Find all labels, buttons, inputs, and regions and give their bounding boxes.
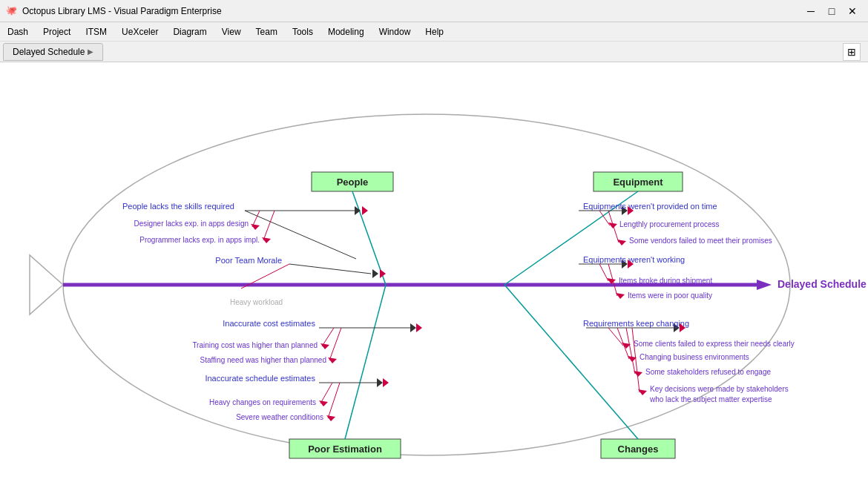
menu-dash[interactable]: Dash <box>0 22 36 41</box>
svg-text:Poor Estimation: Poor Estimation <box>308 444 382 455</box>
diagram-canvas: Delayed Schedule People People lacks the… <box>0 62 868 488</box>
svg-text:Heavy workload: Heavy workload <box>230 298 283 306</box>
menu-team[interactable]: Team <box>249 22 285 41</box>
menu-tools[interactable]: Tools <box>285 22 320 41</box>
svg-marker-53 <box>416 323 422 332</box>
svg-marker-19 <box>372 269 378 278</box>
minimize-button[interactable]: ─ <box>801 4 821 19</box>
svg-text:Equipments weren't provided on: Equipments weren't provided on time <box>583 202 717 211</box>
svg-marker-11 <box>362 206 368 215</box>
svg-text:Lengthly procurement process: Lengthly procurement process <box>619 220 720 228</box>
svg-text:Programmer lacks exp. in apps : Programmer lacks exp. in apps impl. <box>139 236 260 244</box>
svg-text:Inaccurate schedule estimates: Inaccurate schedule estimates <box>205 374 315 383</box>
svg-text:Changing business environments: Changing business environments <box>640 353 749 361</box>
close-button[interactable]: ✕ <box>843 4 862 19</box>
menu-project[interactable]: Project <box>36 22 78 41</box>
svg-line-15 <box>263 211 274 240</box>
svg-text:Inaccurate cost estimates: Inaccurate cost estimates <box>223 319 315 328</box>
svg-marker-58 <box>328 357 337 363</box>
menu-view[interactable]: View <box>214 22 249 41</box>
svg-line-34 <box>608 211 619 243</box>
svg-marker-2 <box>757 280 772 290</box>
svg-text:People: People <box>337 177 369 188</box>
menu-help[interactable]: Help <box>418 22 451 41</box>
svg-line-31 <box>599 211 610 225</box>
maximize-button[interactable]: □ <box>822 4 841 19</box>
app-icon: 🐙 <box>6 5 18 17</box>
svg-marker-61 <box>377 378 383 387</box>
svg-text:Items broke during shipment: Items broke during shipment <box>619 277 712 285</box>
menu-diagram[interactable]: Diagram <box>165 22 214 41</box>
tab-label: Delayed Schedule <box>13 47 85 57</box>
svg-marker-65 <box>319 400 328 406</box>
svg-text:Equipments weren't working: Equipments weren't working <box>583 255 685 264</box>
svg-marker-55 <box>320 343 329 349</box>
svg-text:Severe weather conditions: Severe weather conditions <box>236 413 323 421</box>
menu-uexceler[interactable]: UeXceler <box>114 22 165 41</box>
svg-text:Equipment: Equipment <box>613 177 663 188</box>
svg-line-18 <box>289 264 371 274</box>
svg-text:Requirements keep changing: Requirements keep changing <box>583 319 689 328</box>
svg-text:Heavy changes on requirements: Heavy changes on requirements <box>209 398 316 406</box>
panel-toggle-button[interactable]: ⊞ <box>843 43 861 61</box>
svg-text:Items were in poor quality: Items were in poor quality <box>628 291 712 300</box>
tab-delayed-schedule[interactable]: Delayed Schedule ▶ <box>3 43 103 61</box>
svg-marker-51 <box>410 323 416 332</box>
menu-modeling[interactable]: Modeling <box>320 22 372 41</box>
menu-bar: Dash Project ITSM UeXceler Diagram View … <box>0 22 868 42</box>
svg-marker-68 <box>326 415 335 421</box>
tab-bar: Delayed Schedule ▶ ⊞ <box>0 42 868 62</box>
svg-marker-16 <box>262 237 271 243</box>
svg-line-54 <box>322 328 334 346</box>
svg-text:Some stakeholders refused to e: Some stakeholders refused to engage <box>645 368 771 376</box>
svg-line-72 <box>504 285 638 439</box>
svg-text:Poor Team Morale: Poor Team Morale <box>215 256 282 265</box>
svg-text:Training cost was higher than : Training cost was higher than planned <box>192 341 318 349</box>
svg-line-57 <box>329 328 341 360</box>
menu-itsm[interactable]: ITSM <box>78 22 114 41</box>
svg-text:who lack the subject matter ex: who lack the subject matter expertise <box>649 395 772 403</box>
window-controls: ─ □ ✕ <box>801 4 862 19</box>
svg-text:Some vendors failed to meet th: Some vendors failed to meet their promis… <box>629 237 772 245</box>
app-title: Octopus Library LMS - Visual Paradigm En… <box>22 6 801 16</box>
menu-window[interactable]: Window <box>372 22 418 41</box>
svg-line-49 <box>345 285 386 439</box>
title-bar: 🐙 Octopus Library LMS - Visual Paradigm … <box>0 0 868 22</box>
svg-text:Designer lacks exp. in apps de: Designer lacks exp. in apps design <box>134 220 249 228</box>
svg-text:Delayed Schedule: Delayed Schedule <box>777 278 867 290</box>
svg-marker-13 <box>251 224 260 230</box>
svg-text:Some clients failed to express: Some clients failed to express their nee… <box>634 340 795 348</box>
svg-text:Changes: Changes <box>618 444 659 455</box>
tab-chevron-icon: ▶ <box>88 47 93 56</box>
svg-line-41 <box>599 264 608 281</box>
svg-line-7 <box>245 211 356 259</box>
svg-line-64 <box>320 383 332 403</box>
toolbar-right: ⊞ <box>843 43 865 61</box>
svg-text:People lacks the skills requir: People lacks the skills required <box>122 202 234 211</box>
fishbone-diagram: Delayed Schedule People People lacks the… <box>0 62 868 488</box>
svg-text:Staffing need was higher than : Staffing need was higher than planned <box>200 356 326 364</box>
svg-marker-63 <box>383 378 389 387</box>
svg-line-83 <box>626 328 635 374</box>
svg-text:Key decisions were made by sta: Key decisions were made by stakeholders <box>650 385 789 393</box>
